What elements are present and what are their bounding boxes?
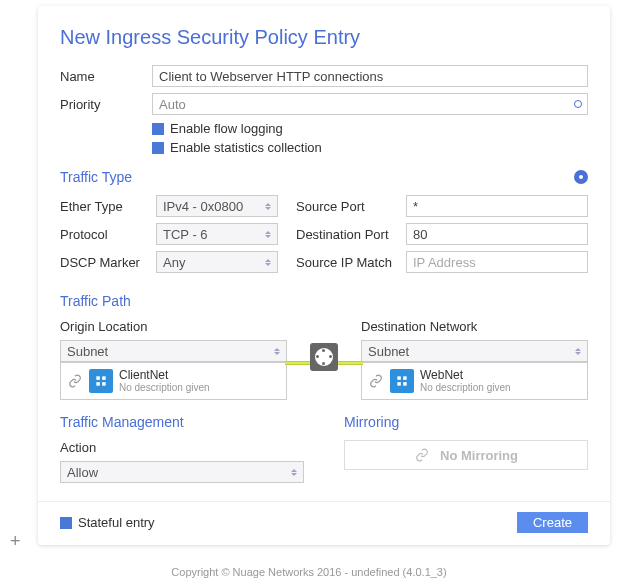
chevron-updown-icon [291,469,297,476]
source-port-label: Source Port [296,199,406,214]
svg-rect-2 [96,382,100,386]
chevron-updown-icon [265,259,271,266]
origin-object[interactable]: ClientNet No description given [60,362,287,400]
dest-type-select[interactable]: Subnet [361,340,588,362]
protocol-select[interactable]: TCP - 6 [156,223,278,245]
stateful-label: Stateful entry [78,515,155,530]
dest-port-input[interactable] [406,223,588,245]
chevron-updown-icon [265,203,271,210]
source-ip-input[interactable] [406,251,588,273]
svg-rect-4 [397,376,401,380]
connector-node-icon [310,343,338,371]
add-button[interactable]: + [10,531,21,552]
source-port-input[interactable] [406,195,588,217]
dscp-select[interactable]: Any [156,251,278,273]
dialog-title: New Ingress Security Policy Entry [60,26,588,49]
path-connector [287,319,361,371]
link-icon [414,447,430,463]
no-mirroring-label: No Mirroring [440,448,518,463]
flow-logging-label: Enable flow logging [170,121,283,136]
origin-type-select[interactable]: Subnet [60,340,287,362]
stats-collection-label: Enable statistics collection [170,140,322,155]
stats-collection-checkbox[interactable] [152,142,164,154]
protocol-label: Protocol [60,227,156,242]
action-label: Action [60,440,304,455]
dest-desc: No description given [420,382,511,393]
name-input[interactable] [152,65,588,87]
create-button[interactable]: Create [517,512,588,533]
svg-rect-0 [96,376,100,380]
mirroring-target[interactable]: No Mirroring [344,440,588,470]
dest-port-label: Destination Port [296,227,406,242]
chevron-updown-icon [265,231,271,238]
svg-rect-3 [102,382,106,386]
svg-rect-7 [403,382,407,386]
dest-name: WebNet [420,369,511,382]
ether-type-label: Ether Type [60,199,156,214]
chevron-updown-icon [575,348,581,355]
flow-logging-checkbox[interactable] [152,123,164,135]
dest-object[interactable]: WebNet No description given [361,362,588,400]
svg-rect-1 [102,376,106,380]
link-icon [368,373,384,389]
traffic-type-heading: Traffic Type [60,169,132,185]
link-icon [67,373,83,389]
dscp-label: DSCP Marker [60,255,156,270]
ether-type-select[interactable]: IPv4 - 0x0800 [156,195,278,217]
copyright-text: Copyright © Nuage Networks 2016 - undefi… [0,566,618,578]
mirroring-heading: Mirroring [344,414,399,430]
chevron-updown-icon [274,348,280,355]
priority-input[interactable] [152,93,588,115]
origin-desc: No description given [119,382,210,393]
priority-indicator-icon [574,100,582,108]
origin-location-label: Origin Location [60,319,287,334]
svg-rect-6 [397,382,401,386]
svg-rect-5 [403,376,407,380]
traffic-path-heading: Traffic Path [60,293,131,309]
subnet-icon [390,369,414,393]
traffic-mgmt-heading: Traffic Management [60,414,184,430]
subnet-icon [89,369,113,393]
stateful-checkbox[interactable] [60,517,72,529]
priority-label: Priority [60,97,152,112]
gear-icon[interactable] [574,170,588,184]
source-ip-label: Source IP Match [296,255,406,270]
origin-name: ClientNet [119,369,210,382]
policy-entry-dialog: New Ingress Security Policy Entry Name P… [38,6,610,545]
name-label: Name [60,69,152,84]
dest-network-label: Destination Network [361,319,588,334]
action-select[interactable]: Allow [60,461,304,483]
